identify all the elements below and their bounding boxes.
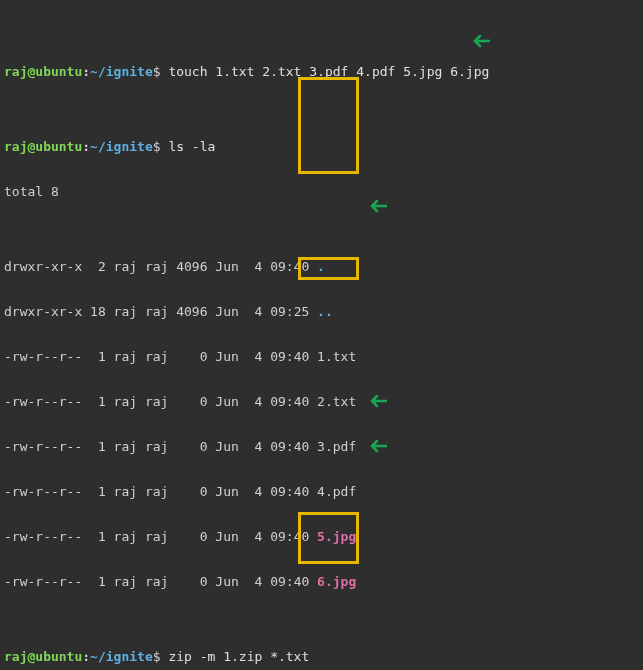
prompt-line: raj@ubuntu:~/ignite$ ls -la — [4, 139, 639, 154]
ls-row: drwxr-xr-x 18 raj raj 4096 Jun 4 09:25 .… — [4, 304, 639, 319]
ls-row: -rw-r--r-- 1 raj raj 0 Jun 4 09:40 3.pdf — [4, 439, 639, 454]
ls-row: -rw-r--r-- 1 raj raj 0 Jun 4 09:40 4.pdf — [4, 484, 639, 499]
prompt-colon: : — [82, 64, 90, 79]
terminal[interactable]: raj@ubuntu:~/ignite$ touch 1.txt 2.txt 3… — [0, 0, 643, 670]
annotation-arrow-icon — [365, 364, 387, 378]
prompt-dollar: $ — [153, 64, 161, 79]
cmd-zip: zip -m 1.zip *.txt — [168, 649, 309, 664]
prompt-path: ~/ignite — [90, 64, 153, 79]
annotation-arrow-icon — [365, 169, 387, 183]
ls-row: -rw-r--r-- 1 raj raj 0 Jun 4 09:40 1.txt — [4, 349, 639, 364]
file-name: 3.pdf — [317, 439, 356, 454]
cmd-ls: ls -la — [168, 139, 215, 154]
file-name: 6.jpg — [317, 574, 356, 589]
file-name: 5.jpg — [317, 529, 356, 544]
file-name: 4.pdf — [317, 484, 356, 499]
file-name: . — [317, 259, 325, 274]
prompt-line: raj@ubuntu:~/ignite$ zip -m 1.zip *.txt — [4, 649, 639, 664]
annotation-arrow-icon — [468, 4, 490, 18]
prompt-host: ubuntu — [35, 64, 82, 79]
total-line: total 8 — [4, 184, 639, 199]
ls-row: drwxr-xr-x 2 raj raj 4096 Jun 4 09:40 . — [4, 259, 639, 274]
cmd-touch: touch 1.txt 2.txt 3.pdf 4.pdf 5.jpg 6.jp… — [168, 64, 489, 79]
ls-row: -rw-r--r-- 1 raj raj 0 Jun 4 09:40 2.txt — [4, 394, 639, 409]
annotation-arrow-icon — [365, 409, 387, 423]
prompt-user: raj — [4, 64, 27, 79]
annotation-highlight-box — [298, 77, 359, 174]
file-name: .. — [317, 304, 333, 319]
prompt-line: raj@ubuntu:~/ignite$ touch 1.txt 2.txt 3… — [4, 64, 639, 79]
ls-row: -rw-r--r-- 1 raj raj 0 Jun 4 09:40 5.jpg — [4, 529, 639, 544]
file-name: 2.txt — [317, 394, 356, 409]
file-name: 1.txt — [317, 349, 356, 364]
ls-row: -rw-r--r-- 1 raj raj 0 Jun 4 09:40 6.jpg — [4, 574, 639, 589]
